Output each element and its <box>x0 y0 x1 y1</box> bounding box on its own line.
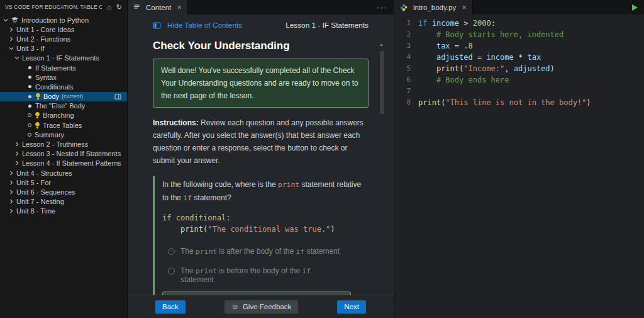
chevron-right-icon <box>8 179 16 186</box>
toc-item-label: Summary <box>35 131 64 139</box>
indent-spacer <box>19 84 28 90</box>
code-text: # Body ends here <box>418 74 509 86</box>
toc-item-label: Body <box>43 93 59 100</box>
more-actions-icon[interactable]: ··· <box>377 3 388 12</box>
toc-item[interactable]: Unit 6 - Sequences <box>0 187 127 196</box>
code-text: # Body starts here, indented <box>418 29 564 40</box>
answer-option[interactable]: The print is inside the body of the if s… <box>162 292 351 295</box>
toc-item-label: Lesson 3 - Nested If Statements <box>22 150 121 157</box>
line-number: 7 <box>394 86 411 97</box>
content-header-row: Hide Table of Contents Lesson 1 - IF Sta… <box>153 21 369 30</box>
sidebar: VS CODE FOR EDUCATION: TABLE OF CON... ⌂… <box>0 0 128 318</box>
bullet-icon <box>28 105 31 108</box>
toc-item[interactable]: Unit 7 - Nesting <box>0 197 127 207</box>
back-button[interactable]: Back <box>155 300 186 314</box>
indent-spacer <box>19 93 28 99</box>
editor-code[interactable]: 1if income > 2000:2 # Body starts here, … <box>394 14 644 318</box>
toc-item[interactable]: Branching <box>0 111 127 120</box>
toc-item[interactable]: Lesson 4 - If Statement Patterns <box>0 159 127 168</box>
python-icon <box>400 4 408 11</box>
content-tab[interactable]: Content × <box>128 0 188 14</box>
toc-item-suffix: (current) <box>62 93 83 99</box>
answer-option[interactable]: The print is before the body of the if s… <box>162 263 351 287</box>
scroll-up-icon[interactable]: ▲ <box>379 42 384 47</box>
toc-item[interactable]: Unit 2 - Functions <box>0 34 127 43</box>
button-bar: Back ☺ Give Feedback Next <box>128 295 394 318</box>
radio-icon[interactable] <box>168 248 175 255</box>
toc-item-label: Lesson 1 - IF Statements <box>22 54 99 62</box>
circle-icon <box>28 123 31 127</box>
line-number: 3 <box>394 40 411 52</box>
line-number: 8 <box>394 97 411 108</box>
toc-item-label: Unit 1 - Core Ideas <box>16 26 74 33</box>
line-number: 4 <box>394 52 411 63</box>
toc-item-label: Syntax <box>35 74 57 81</box>
toc-item[interactable]: Unit 4 - Structures <box>0 168 127 178</box>
answer-option[interactable]: The print is after the body of the if st… <box>162 244 351 259</box>
chevron-right-icon <box>8 170 16 176</box>
toc-item[interactable]: Unit 5 - For <box>0 178 127 187</box>
radio-icon[interactable] <box>168 268 175 275</box>
chevron-right-icon <box>14 150 22 157</box>
sidebar-title: VS CODE FOR EDUCATION: TABLE OF CON... <box>5 4 102 10</box>
toc-item[interactable]: Body(current) <box>0 92 127 101</box>
options: The print is after the body of the if st… <box>162 244 369 295</box>
feedback-button[interactable]: ☺ Give Feedback <box>225 300 299 314</box>
lesson-label: Lesson 1 - IF Statements <box>286 21 369 30</box>
open-preview-icon[interactable] <box>114 93 122 101</box>
toc-item[interactable]: Lesson 1 - IF Statements <box>0 54 127 63</box>
indent-spacer <box>19 103 28 109</box>
code-line: 2 # Body starts here, indented <box>394 29 644 40</box>
line-number: 1 <box>394 18 411 29</box>
scroll-thumb[interactable] <box>380 51 384 114</box>
toc-item[interactable]: Lesson 2 - Truthiness <box>0 139 127 149</box>
code-line: 3 tax = .8 <box>394 40 644 52</box>
chevron-down-icon <box>3 17 11 23</box>
sidebar-header: VS CODE FOR EDUCATION: TABLE OF CON... ⌂… <box>0 0 127 14</box>
toc-item[interactable]: Syntax <box>0 72 127 82</box>
circle-icon <box>28 113 31 117</box>
toc-item[interactable]: Unit 1 - Core Ideas <box>0 25 127 34</box>
toc-item-label: Unit 6 - Sequences <box>16 188 75 196</box>
toc-item[interactable]: If Statements <box>0 63 127 72</box>
line-number: 5 <box>394 63 411 74</box>
toc-item-label: If Statements <box>35 64 76 72</box>
code-line: 6 # Body ends here <box>394 74 644 86</box>
toc-item[interactable]: Lesson 3 - Nested If Statements <box>0 149 127 159</box>
toc-item-label: Unit 3 - If <box>16 45 45 52</box>
next-button[interactable]: Next <box>337 300 366 314</box>
question-code-line: print("The conditional was true.") <box>162 224 369 235</box>
content-tab-icon <box>133 4 140 11</box>
run-button[interactable] <box>632 4 638 11</box>
content-body: Hide Table of Contents Lesson 1 - IF Sta… <box>128 14 394 295</box>
content-tabbar: Content × ··· <box>128 0 394 14</box>
hide-toc-link[interactable]: Hide Table of Contents <box>153 21 242 30</box>
lightbulb-icon <box>35 93 41 100</box>
code-text: if income > 2000: <box>418 18 496 29</box>
question-prompt: In the following code, where is the prin… <box>162 178 369 205</box>
indent-spacer <box>19 132 28 138</box>
toc-item[interactable]: Summary <box>0 130 127 139</box>
toc-item[interactable]: Introduction to Python <box>0 15 127 25</box>
toc-item-label: Unit 4 - Structures <box>16 169 72 177</box>
close-icon[interactable]: × <box>462 3 467 11</box>
editor-tab[interactable]: intro_body.py × <box>394 0 473 14</box>
toc-item[interactable]: The "Else" Body <box>0 101 127 111</box>
success-banner: Well done! You've successfully completed… <box>153 59 369 108</box>
toc-item[interactable]: Conditionals <box>0 82 127 91</box>
toc-item[interactable]: Unit 3 - If <box>0 44 127 54</box>
toc-item-label: Unit 5 - For <box>16 179 51 186</box>
toc-item-label: Unit 2 - Functions <box>16 35 70 43</box>
circle-icon <box>28 133 31 137</box>
toc-item[interactable]: Unit 8 - Time <box>0 207 127 216</box>
refresh-icon[interactable]: ↻ <box>116 4 122 11</box>
home-icon[interactable]: ⌂ <box>107 4 111 11</box>
toc-item[interactable]: Trace Tables <box>0 120 127 130</box>
toc-item-label: Unit 7 - Nesting <box>16 198 64 205</box>
close-icon[interactable]: × <box>177 3 182 11</box>
option-label: The print is before the body of the if s… <box>180 266 345 284</box>
toc-item-label: Trace Tables <box>43 122 82 129</box>
bullet-icon <box>28 95 31 98</box>
bullet-icon <box>28 76 31 79</box>
editor-tab-label: intro_body.py <box>413 4 456 11</box>
